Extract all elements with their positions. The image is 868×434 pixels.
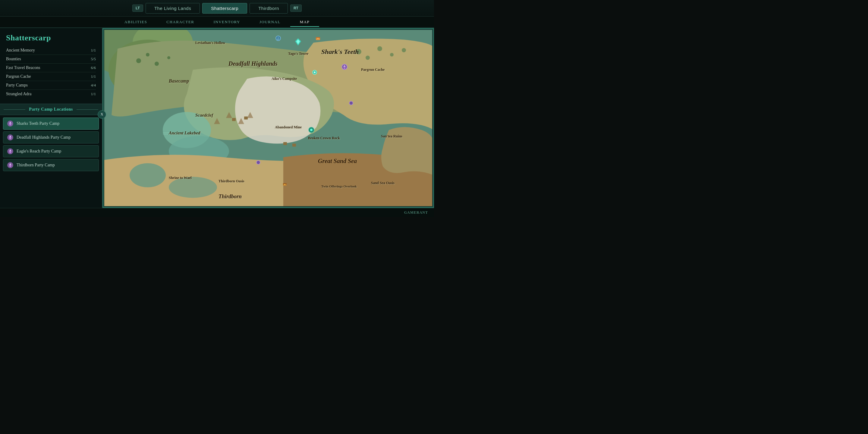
camp-icon bbox=[7, 162, 13, 168]
location-label: Eagle's Reach Party Camp bbox=[17, 149, 61, 154]
camp-marker-sharks-teeth[interactable] bbox=[341, 64, 347, 71]
svg-point-24 bbox=[402, 48, 406, 53]
stat-count: 1/1 bbox=[91, 48, 96, 53]
map-background bbox=[102, 28, 434, 208]
svg-point-3 bbox=[9, 137, 11, 139]
svg-point-19 bbox=[167, 56, 170, 59]
svg-rect-25 bbox=[232, 118, 236, 121]
svg-point-23 bbox=[390, 53, 394, 57]
marker-purple-2[interactable] bbox=[256, 160, 260, 166]
location-list: Sharks Teeth Party Camp Deadfall Highlan… bbox=[0, 115, 102, 174]
divider-line-right bbox=[76, 110, 98, 110]
svg-point-18 bbox=[155, 62, 159, 66]
tab-thirdborn[interactable]: Thirdborn bbox=[250, 3, 288, 13]
beacon-marker-1[interactable] bbox=[295, 38, 301, 47]
svg-rect-44 bbox=[284, 184, 285, 185]
svg-point-41 bbox=[256, 161, 260, 164]
svg-point-38 bbox=[349, 101, 353, 105]
chest-marker-1[interactable] bbox=[283, 182, 287, 187]
tab-shatterscarp[interactable]: Shatterscarp bbox=[202, 3, 247, 13]
main-content: Shatterscarp Ancient Memory 1/1 Bounties… bbox=[0, 28, 434, 208]
tab-living-lands[interactable]: The Living Lands bbox=[146, 3, 200, 13]
stat-fast-travel[interactable]: Fast Travel Beacons 6/6 bbox=[6, 64, 96, 72]
left-panel: Shatterscarp Ancient Memory 1/1 Bounties… bbox=[0, 28, 102, 208]
location-item-sharks-teeth[interactable]: Sharks Teeth Party Camp bbox=[3, 118, 99, 130]
region-title: Shatterscarp bbox=[6, 33, 96, 42]
svg-point-21 bbox=[366, 56, 370, 60]
stat-count: 5/5 bbox=[91, 57, 96, 61]
nav-trigger-right-container: RT bbox=[290, 4, 302, 12]
map-area[interactable]: Deadfall Highlands Basecamp Scaedclef An… bbox=[102, 28, 434, 208]
svg-rect-37 bbox=[317, 38, 318, 39]
svg-point-32 bbox=[314, 71, 315, 73]
location-label: Sharks Teeth Party Camp bbox=[17, 121, 59, 126]
svg-rect-26 bbox=[244, 117, 248, 120]
stat-count: 4/4 bbox=[91, 83, 96, 88]
stat-label: Fast Travel Beacons bbox=[6, 65, 40, 70]
svg-point-7 bbox=[9, 165, 11, 167]
brand-label: GAMERANT bbox=[404, 210, 428, 215]
stat-party-camps: Party Camps 4/4 bbox=[6, 81, 96, 90]
camp-icon bbox=[7, 148, 13, 155]
camp-icon bbox=[7, 120, 13, 127]
marker-leviathan[interactable]: ⚓ bbox=[276, 36, 281, 42]
tab-inventory[interactable]: INVENTORY bbox=[204, 18, 250, 27]
location-item-thirdborn[interactable]: Thirdborn Party Camp bbox=[3, 159, 99, 171]
location-item-eagles-reach[interactable]: Eagle's Reach Party Camp bbox=[3, 145, 99, 157]
party-camp-section: Party Camp Locations bbox=[0, 104, 102, 115]
marker-purple-1[interactable] bbox=[349, 101, 353, 106]
stat-label: Strangled Adra bbox=[6, 92, 31, 96]
stat-label: Pargrun Cache bbox=[6, 74, 31, 79]
stat-count: 6/6 bbox=[91, 65, 96, 70]
svg-point-15 bbox=[169, 177, 217, 198]
svg-rect-27 bbox=[283, 142, 287, 145]
svg-point-20 bbox=[356, 49, 361, 55]
svg-point-17 bbox=[146, 53, 150, 57]
svg-point-5 bbox=[9, 151, 11, 153]
stat-label: Ancient Memory bbox=[6, 48, 35, 53]
nav-trigger-left-container: LT bbox=[132, 4, 143, 12]
svg-point-1 bbox=[9, 124, 11, 125]
stat-pargrun: Pargrun Cache 1/1 bbox=[6, 72, 96, 81]
stat-ancient-memory: Ancient Memory 1/1 bbox=[6, 46, 96, 55]
stat-label: Bounties bbox=[6, 57, 21, 61]
tab-map[interactable]: MAP bbox=[290, 18, 319, 27]
stat-strangled-adra: Strangled Adra 1/1 bbox=[6, 90, 96, 98]
panel-header: Shatterscarp Ancient Memory 1/1 Bounties… bbox=[0, 28, 102, 101]
svg-rect-28 bbox=[292, 144, 296, 147]
svg-point-34 bbox=[344, 67, 345, 69]
stat-count: 1/1 bbox=[91, 74, 96, 79]
stat-count: 1/1 bbox=[91, 92, 96, 96]
tab-character[interactable]: CHARACTER bbox=[157, 18, 204, 27]
cache-marker[interactable] bbox=[315, 36, 320, 42]
tab-abilities[interactable]: ABILITIES bbox=[115, 18, 157, 27]
location-item-deadfall[interactable]: Deadfall Highlands Party Camp bbox=[3, 131, 99, 144]
section-title: Party Camp Locations bbox=[25, 107, 76, 112]
svg-point-16 bbox=[136, 59, 141, 63]
svg-point-40 bbox=[310, 129, 313, 131]
location-label: Deadfall Highlands Party Camp bbox=[17, 135, 70, 140]
trigger-lt[interactable]: LT bbox=[132, 4, 143, 12]
camp-marker-broken-crown[interactable] bbox=[308, 127, 314, 134]
divider-line-left bbox=[4, 110, 25, 110]
svg-text:⚓: ⚓ bbox=[276, 36, 280, 40]
trigger-rt[interactable]: RT bbox=[290, 4, 302, 12]
secondary-nav: ABILITIES CHARACTER INVENTORY JOURNAL MA… bbox=[0, 17, 434, 28]
stat-bounties[interactable]: Bounties 5/5 bbox=[6, 55, 96, 64]
svg-point-22 bbox=[377, 46, 382, 51]
top-nav: LT The Living Lands Shatterscarp Thirdbo… bbox=[0, 0, 434, 17]
camp-icon bbox=[7, 134, 13, 141]
close-panel-button[interactable]: X bbox=[98, 110, 106, 119]
location-label: Thirdborn Party Camp bbox=[17, 163, 55, 167]
stat-label: Party Camps bbox=[6, 83, 28, 88]
svg-point-14 bbox=[130, 163, 166, 187]
beacon-marker-2[interactable] bbox=[312, 70, 317, 76]
bottom-bar: GAMERANT bbox=[0, 208, 434, 217]
tab-journal[interactable]: JOURNAL bbox=[250, 18, 290, 27]
